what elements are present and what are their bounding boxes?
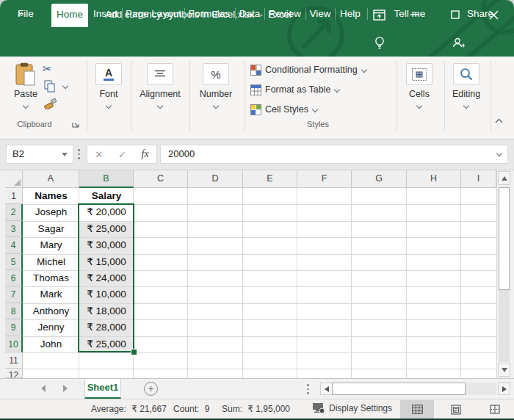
name-box-dropdown-icon[interactable] bbox=[62, 153, 68, 156]
cell-a9[interactable]: Jenny bbox=[23, 319, 79, 336]
expand-formula-bar-icon[interactable] bbox=[496, 151, 502, 156]
cells-chevron-icon[interactable] bbox=[416, 104, 421, 109]
cells-button[interactable] bbox=[406, 63, 432, 85]
row-header-8[interactable]: 8 bbox=[5, 303, 23, 319]
copy-icon[interactable] bbox=[44, 80, 56, 93]
number-chevron-icon[interactable] bbox=[213, 104, 218, 109]
paste-button[interactable] bbox=[15, 62, 37, 87]
tab-view[interactable]: View bbox=[307, 0, 333, 27]
column-header-g[interactable]: G bbox=[352, 170, 407, 188]
cell-a7[interactable]: Mark bbox=[23, 286, 79, 303]
cell-b7[interactable]: ₹ 10,000 bbox=[79, 286, 134, 303]
cell-b6[interactable]: ₹ 24,000 bbox=[79, 270, 134, 286]
insert-function-icon[interactable]: fx bbox=[142, 148, 149, 160]
formula-input[interactable]: 20000 bbox=[160, 145, 508, 164]
column-header-h[interactable]: H bbox=[407, 170, 461, 188]
view-page-break-button[interactable] bbox=[478, 400, 512, 419]
cell-b4[interactable]: ₹ 30,000 bbox=[79, 237, 134, 253]
row-header-9[interactable]: 9 bbox=[5, 319, 23, 336]
hscroll-left-button[interactable] bbox=[320, 383, 333, 395]
editing-chevron-icon[interactable] bbox=[463, 104, 468, 109]
tab-insert[interactable]: Insert bbox=[91, 0, 120, 27]
format-painter-icon[interactable] bbox=[44, 98, 57, 109]
editing-button[interactable] bbox=[453, 63, 479, 85]
share-button[interactable] bbox=[452, 37, 465, 49]
cell-b3[interactable]: ₹ 25,000 bbox=[79, 221, 134, 237]
cell-a8[interactable]: Anthony bbox=[23, 303, 79, 319]
sheet-tab-sheet1[interactable]: Sheet1 bbox=[84, 379, 121, 399]
select-all-corner[interactable] bbox=[5, 170, 23, 188]
paste-label[interactable]: Paste bbox=[6, 89, 46, 99]
tab-file[interactable]: File bbox=[9, 0, 43, 27]
tab-data[interactable]: Data bbox=[236, 0, 263, 27]
tab-home[interactable]: Home bbox=[51, 4, 88, 27]
cell-a2[interactable]: Joseph bbox=[23, 204, 79, 220]
font-button[interactable]: A bbox=[95, 63, 122, 85]
conditional-formatting-button[interactable]: Conditional Formatting bbox=[250, 63, 366, 76]
column-header-b[interactable]: B bbox=[79, 170, 134, 188]
scroll-up-button[interactable] bbox=[498, 171, 510, 185]
hscroll-right-button[interactable] bbox=[498, 383, 510, 395]
vertical-scroll-track[interactable] bbox=[499, 290, 510, 362]
cell-b10[interactable]: ₹ 25,000 bbox=[79, 336, 134, 352]
vertical-scrollbar[interactable] bbox=[496, 170, 511, 378]
row-header-1[interactable]: 1 bbox=[5, 188, 23, 204]
row-header-2[interactable]: 2 bbox=[5, 204, 23, 220]
column-header-f[interactable]: F bbox=[297, 170, 352, 188]
display-settings-button[interactable]: Display Settings bbox=[312, 402, 392, 414]
share-label[interactable]: Share bbox=[464, 0, 496, 27]
column-header-i[interactable]: I bbox=[461, 170, 496, 188]
row-header-12[interactable]: 12 bbox=[5, 369, 23, 378]
column-header-a[interactable]: A bbox=[23, 170, 79, 188]
cancel-icon[interactable]: ✕ bbox=[95, 149, 103, 160]
cut-icon[interactable]: ✂ bbox=[43, 62, 52, 76]
row-header-11[interactable]: 11 bbox=[5, 352, 23, 369]
cell-b5[interactable]: ₹ 15,000 bbox=[79, 254, 134, 270]
view-page-layout-button[interactable] bbox=[439, 400, 473, 419]
cell-b8[interactable]: ₹ 18,000 bbox=[79, 303, 134, 319]
number-button[interactable]: % bbox=[203, 63, 229, 85]
cell-a3[interactable]: Sagar bbox=[23, 221, 79, 237]
formula-bar-drag-dots-icon[interactable] bbox=[78, 149, 80, 159]
view-normal-button[interactable] bbox=[400, 400, 434, 419]
cell-styles-button[interactable]: Cell Styles bbox=[250, 103, 317, 116]
fill-handle[interactable] bbox=[131, 349, 137, 355]
alignment-chevron-icon[interactable] bbox=[157, 104, 162, 109]
column-header-e[interactable]: E bbox=[243, 170, 297, 188]
name-box[interactable]: B2 bbox=[6, 145, 73, 164]
tab-bar-drag-dots-icon[interactable] bbox=[307, 384, 309, 394]
horizontal-scroll-thumb[interactable] bbox=[332, 383, 466, 395]
row-header-7[interactable]: 7 bbox=[5, 286, 23, 303]
scroll-down-button[interactable] bbox=[498, 363, 510, 377]
add-sheet-button[interactable]: + bbox=[144, 382, 158, 396]
collapse-ribbon-button[interactable] bbox=[495, 118, 503, 123]
cell-a6[interactable]: Thomas bbox=[23, 270, 79, 286]
row-header-3[interactable]: 3 bbox=[5, 221, 23, 237]
tab-review[interactable]: Review bbox=[266, 0, 304, 27]
previous-sheet-icon[interactable] bbox=[41, 385, 46, 392]
clipboard-dialog-launcher-icon[interactable] bbox=[72, 120, 79, 128]
cell-b9[interactable]: ₹ 28,000 bbox=[79, 319, 134, 336]
vertical-scroll-thumb[interactable] bbox=[499, 187, 510, 290]
cell-b2[interactable]: ₹ 20,000 bbox=[79, 204, 134, 220]
next-sheet-icon[interactable] bbox=[63, 385, 68, 392]
enter-check-icon[interactable]: ✓ bbox=[118, 149, 126, 160]
worksheet-grid[interactable]: A B C D E F G H I 1 2 3 4 5 6 7 8 9 10 1… bbox=[0, 170, 514, 378]
cell-a1[interactable]: Names bbox=[23, 188, 79, 204]
font-chevron-icon[interactable] bbox=[106, 104, 111, 109]
alignment-button[interactable] bbox=[147, 63, 173, 85]
paste-dropdown-chevron-icon[interactable] bbox=[23, 104, 28, 109]
column-header-c[interactable]: C bbox=[134, 170, 188, 188]
copy-dropdown-chevron-icon[interactable] bbox=[62, 84, 68, 89]
cell-a4[interactable]: Mary bbox=[23, 237, 79, 253]
cell-a10[interactable]: John bbox=[23, 336, 79, 352]
tab-formulas[interactable]: Formulas bbox=[186, 0, 233, 27]
row-header-10[interactable]: 10 bbox=[5, 336, 23, 352]
tab-help[interactable]: Help bbox=[336, 0, 364, 27]
row-header-6[interactable]: 6 bbox=[5, 270, 23, 286]
tell-me-label[interactable]: Tell me bbox=[389, 0, 430, 27]
format-as-table-button[interactable]: Format as Table bbox=[250, 83, 339, 96]
cell-b1[interactable]: Salary bbox=[79, 188, 134, 204]
tab-page-layout[interactable]: Page Layout bbox=[123, 0, 184, 27]
cell-a5[interactable]: Michel bbox=[23, 254, 79, 270]
